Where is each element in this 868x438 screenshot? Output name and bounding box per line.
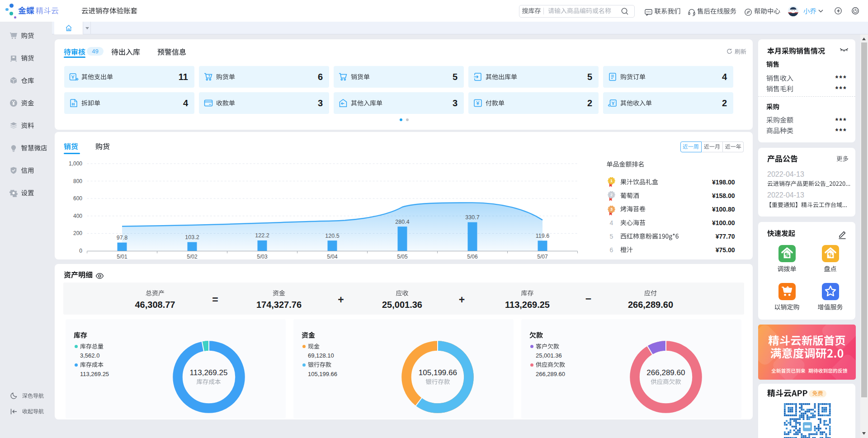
svg-text:3: 3 xyxy=(610,207,613,212)
svg-text:5/04: 5/04 xyxy=(327,254,338,259)
svg-text:1,000: 1,000 xyxy=(69,160,82,167)
svg-text:5/07: 5/07 xyxy=(537,254,548,259)
svg-text:120.5: 120.5 xyxy=(325,233,339,239)
svg-text:400: 400 xyxy=(73,213,82,219)
svg-text:5/06: 5/06 xyxy=(467,254,478,259)
svg-text:2: 2 xyxy=(610,193,613,197)
svg-text:0: 0 xyxy=(79,248,82,254)
svg-text:122.2: 122.2 xyxy=(255,232,269,239)
svg-text:800: 800 xyxy=(73,178,82,184)
svg-text:280.4: 280.4 xyxy=(395,219,409,225)
svg-text:5/01: 5/01 xyxy=(117,254,127,259)
svg-text:600: 600 xyxy=(73,195,82,202)
svg-text:5/03: 5/03 xyxy=(257,254,268,259)
svg-text:103.2: 103.2 xyxy=(185,234,199,240)
svg-text:5/02: 5/02 xyxy=(187,254,198,259)
svg-text:1: 1 xyxy=(610,179,613,183)
svg-text:200: 200 xyxy=(73,230,82,236)
svg-text:119.6: 119.6 xyxy=(536,233,549,239)
svg-text:330.7: 330.7 xyxy=(465,214,479,221)
svg-text:5/05: 5/05 xyxy=(397,254,408,259)
svg-text:97.8: 97.8 xyxy=(117,235,127,241)
